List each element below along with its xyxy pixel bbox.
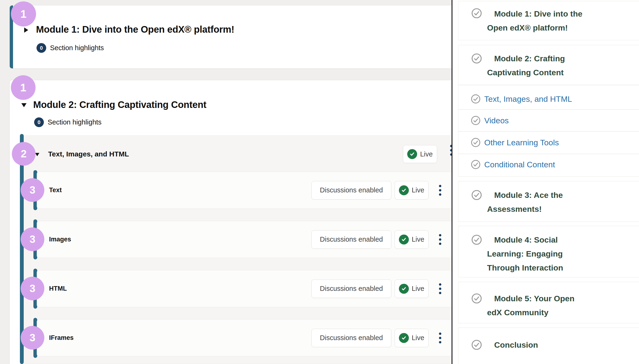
sidebar-subsection-link-row[interactable]: Text, Images, and HTML [458, 92, 639, 106]
sidebar-subsection-link-row[interactable]: Videos [458, 113, 639, 128]
course-outline-screen: Module 1: Dive into the Open edX® platfo… [0, 0, 639, 364]
step-number-badge: 3 [21, 277, 44, 300]
check-circle-outline-icon [471, 293, 482, 305]
check-circle-outline-icon [471, 234, 482, 246]
step-number-badge: 1 [11, 75, 36, 100]
highlights-label: Section highlights [50, 44, 104, 52]
subsection-accent-bar [20, 134, 24, 364]
sidebar-item-module-3[interactable]: Module 3: Ace the Assessments! [458, 181, 639, 222]
unit-title[interactable]: IFrames [49, 334, 74, 342]
section-title[interactable]: Module 2: Crafting Captivating Content [33, 100, 206, 110]
unit-row-html: HTML Discussions enabled Live [37, 270, 454, 307]
section-title[interactable]: Module 1: Dive into the Open edX® platfo… [36, 24, 235, 35]
section-card-module-1 [10, 5, 460, 69]
divider [458, 109, 639, 110]
chevron-down-icon[interactable] [21, 103, 27, 107]
step-number-badge: 3 [21, 228, 44, 251]
discussions-enabled-badge: Discussions enabled [311, 230, 391, 249]
live-status-badge: Live [395, 230, 429, 249]
live-label: Live [412, 186, 424, 194]
highlights-label: Section highlights [48, 118, 101, 126]
live-status-badge: Live [395, 181, 429, 200]
sidebar-item-conclusion[interactable]: Conclusion [458, 328, 639, 364]
check-circle-icon [399, 185, 409, 195]
section-highlights-button[interactable]: 0 Section highlights [34, 118, 101, 127]
check-circle-icon [407, 149, 417, 159]
sidebar-subsection-link-row[interactable]: Other Learning Tools [458, 136, 639, 150]
unit-row-iframes: IFrames Discussions enabled Live [37, 319, 454, 356]
check-circle-outline-icon [471, 138, 481, 148]
live-label: Live [412, 334, 424, 342]
check-circle-outline-icon [471, 340, 482, 351]
check-circle-outline-icon [471, 53, 482, 65]
unit-title[interactable]: Text [49, 186, 62, 194]
course-navigation-sidebar: Module 1: Dive into the Open edX® platfo… [452, 0, 639, 364]
live-label: Live [412, 236, 424, 243]
check-circle-outline-icon [471, 94, 481, 104]
live-status-badge: Live [395, 329, 429, 347]
discussions-enabled-badge: Discussions enabled [311, 280, 391, 298]
sidebar-section-title[interactable]: Module 4: Social Learning: Engaging Thro… [458, 226, 596, 275]
check-circle-icon [399, 234, 409, 244]
unit-row-text: Text Discussions enabled Live [37, 172, 454, 209]
sidebar-item-module-5[interactable]: Module 5: Your Open edX Community [458, 282, 639, 323]
kebab-menu-button[interactable] [439, 234, 441, 245]
check-circle-outline-icon [471, 160, 481, 170]
sidebar-item-module-2[interactable]: Module 2: Crafting Captivating Content T… [458, 45, 639, 176]
check-circle-outline-icon [471, 190, 482, 202]
check-circle-icon [399, 284, 409, 294]
step-number-badge: 3 [21, 178, 44, 202]
discussions-enabled-badge: Discussions enabled [311, 181, 391, 200]
step-number-badge: 2 [12, 142, 36, 166]
live-label: Live [420, 150, 433, 158]
sidebar-item-module-1[interactable]: Module 1: Dive into the Open edX® platfo… [458, 1, 639, 40]
step-number-badge: 1 [11, 2, 36, 26]
sidebar-subsection-link[interactable]: Conditional Content [484, 160, 555, 169]
chevron-down-icon[interactable] [35, 153, 39, 156]
check-circle-outline-icon [471, 8, 482, 20]
sidebar-subsection-link-row[interactable]: Conditional Content [458, 158, 639, 172]
chevron-right-icon[interactable] [24, 28, 28, 33]
live-status-badge: Live [403, 145, 437, 163]
kebab-menu-button[interactable] [439, 283, 441, 294]
check-circle-outline-icon [471, 116, 481, 126]
sidebar-item-module-4[interactable]: Module 4: Social Learning: Engaging Thro… [458, 226, 639, 278]
live-status-badge: Live [395, 280, 429, 298]
sidebar-subsection-link[interactable]: Other Learning Tools [484, 138, 559, 147]
highlights-count-badge: 0 [37, 43, 46, 53]
kebab-menu-button[interactable] [439, 332, 441, 344]
subsection-title[interactable]: Text, Images, and HTML [48, 150, 129, 158]
sidebar-subsection-link[interactable]: Text, Images, and HTML [484, 94, 572, 104]
unit-title[interactable]: Images [49, 236, 71, 243]
section-highlights-button[interactable]: 0 Section highlights [37, 43, 104, 53]
unit-row-images: Images Discussions enabled Live [37, 221, 454, 258]
check-circle-icon [399, 333, 409, 343]
divider [458, 131, 639, 132]
divider [458, 85, 639, 85]
live-label: Live [412, 285, 424, 292]
step-number-badge: 3 [21, 326, 44, 350]
highlights-count-badge: 0 [34, 118, 44, 127]
unit-title[interactable]: HTML [49, 285, 67, 292]
kebab-menu-button[interactable] [439, 185, 441, 196]
divider [458, 154, 639, 154]
discussions-enabled-badge: Discussions enabled [311, 329, 391, 347]
sidebar-subsection-link[interactable]: Videos [484, 116, 509, 125]
